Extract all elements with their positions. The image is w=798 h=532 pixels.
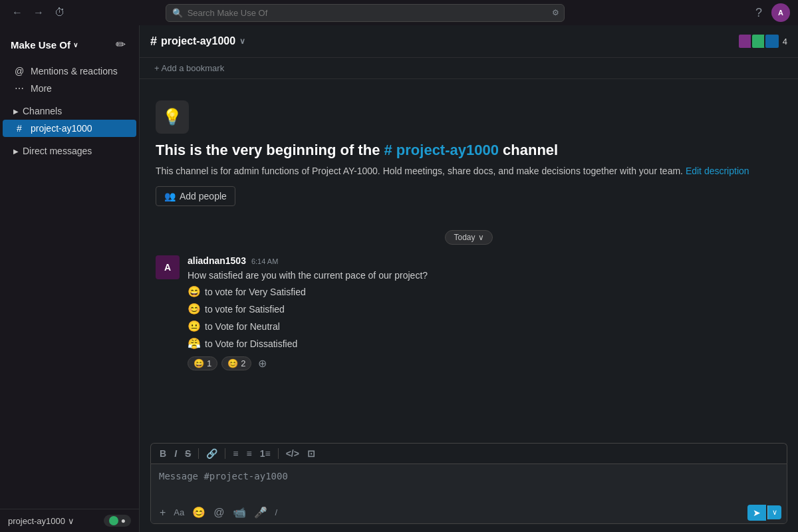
status-toggle[interactable]: ●: [104, 515, 131, 527]
message-input-area: B I S 🔗 ≡ ≡ 1≡ </> ⊡ + Aa 😊: [140, 438, 798, 532]
italic-button[interactable]: I: [171, 446, 180, 461]
compose-button[interactable]: ✏: [113, 35, 128, 55]
vote-emoji-3: 😐: [188, 319, 201, 334]
list-ordered-button[interactable]: ≡: [229, 446, 241, 461]
video-button[interactable]: 📹: [229, 504, 249, 521]
help-button[interactable]: ?: [751, 5, 766, 21]
vote-text-3: to Vote for Neutral: [205, 320, 280, 334]
footer-channel[interactable]: project-ay1000 ∨: [8, 516, 74, 526]
reaction-emoji-1: 😄: [194, 358, 204, 368]
sidebar-header: Make Use Of ∨ ✏: [0, 25, 139, 60]
emoji-button[interactable]: 😊: [189, 504, 209, 521]
message-input-wrap: + Aa 😊 @ 📹 🎤 / ➤ ∨: [150, 464, 787, 524]
footer-chevron-icon: ∨: [68, 516, 74, 526]
channel-header: # project-ay1000 ∨ 4: [140, 25, 798, 58]
code-button[interactable]: </>: [283, 446, 303, 461]
link-button[interactable]: 🔗: [203, 446, 221, 461]
bold-button[interactable]: B: [156, 446, 170, 461]
messages-area[interactable]: 💡 This is the very beginning of the # pr…: [140, 79, 798, 438]
channel-name: project-ay1000: [161, 35, 235, 47]
vote-line: 😤 to Vote for Dissatisfied: [188, 336, 782, 352]
members-avatars[interactable]: 4: [737, 33, 787, 49]
intro-description: This channel is for admin functions of P…: [156, 164, 782, 178]
channel-intro: 💡 This is the very beginning of the # pr…: [140, 90, 798, 222]
member-avatar: [764, 33, 780, 49]
sidebar-item-mentions[interactable]: @ Mentions & reactions: [3, 63, 136, 80]
code-block-button[interactable]: ⊡: [304, 446, 319, 461]
mic-button[interactable]: 🎤: [251, 504, 271, 521]
forward-button[interactable]: →: [29, 4, 48, 21]
mentions-icon: @: [13, 66, 25, 76]
list-numbered-button[interactable]: 1≡: [257, 446, 274, 461]
channels-chevron-icon: ▶: [13, 108, 19, 115]
search-input[interactable]: [166, 4, 565, 22]
message-group: A aliadnan1503 6:14 AM How satisfied are…: [140, 253, 798, 374]
history-button[interactable]: ⏱: [51, 4, 69, 21]
date-pill[interactable]: Today ∨: [445, 230, 492, 245]
topbar-right: ? A: [751, 3, 790, 22]
back-button[interactable]: ←: [8, 4, 27, 21]
vote-text-2: to vote for Satisfied: [205, 303, 285, 317]
reactions: 😄 1 😊 2 ⊕: [188, 356, 782, 371]
message-author[interactable]: aliadnan1503: [188, 255, 246, 266]
mention-button[interactable]: @: [210, 505, 227, 521]
reaction-button-1[interactable]: 😄 1: [188, 356, 217, 370]
channel-hash-icon: #: [150, 35, 157, 49]
sidebar-dm-section: ▶ Direct messages: [0, 140, 139, 162]
date-divider: Today ∨: [140, 222, 798, 253]
message-text: How satisfied are you with the current p…: [188, 269, 782, 352]
sidebar-footer: project-ay1000 ∨ ●: [0, 509, 139, 532]
intro-title: This is the very beginning of the # proj…: [156, 142, 782, 159]
vote-emoji-4: 😤: [188, 336, 201, 352]
sidebar-item-more[interactable]: ⋯ More: [3, 80, 136, 97]
list-unordered-button[interactable]: ≡: [243, 446, 255, 461]
user-avatar[interactable]: A: [771, 3, 790, 22]
content-area: # project-ay1000 ∨ 4 + Add a bookmark 💡: [140, 25, 798, 532]
font-button[interactable]: Aa: [170, 505, 188, 519]
dm-chevron-icon: ▶: [13, 148, 19, 155]
reaction-count-1: 1: [207, 358, 211, 368]
date-chevron-icon: ∨: [478, 233, 484, 242]
channel-header-right: 4: [737, 33, 787, 49]
input-bottom-left: + Aa 😊 @ 📹 🎤 /: [156, 504, 281, 521]
send-options-button[interactable]: ∨: [767, 505, 781, 519]
shortcut-button[interactable]: /: [272, 505, 281, 519]
add-people-button[interactable]: 👥 Add people: [156, 186, 235, 206]
status-dot: [109, 516, 118, 525]
add-bookmark-button[interactable]: + Add a bookmark: [150, 62, 228, 74]
input-bottom-bar: + Aa 😊 @ 📹 🎤 / ➤ ∨: [151, 501, 787, 523]
topbar: ← → ⏱ 🔍 ⚙ ? A: [0, 0, 798, 25]
message-time: 6:14 AM: [251, 257, 278, 265]
add-people-icon: 👥: [164, 191, 176, 201]
attachment-button[interactable]: +: [156, 505, 169, 521]
workspace-name[interactable]: Make Use Of ∨: [11, 39, 78, 51]
send-button-wrap: ➤ ∨: [747, 505, 781, 521]
edit-description-link[interactable]: Edit description: [686, 166, 749, 176]
sidebar-channels-section: ▶ Channels # project-ay1000: [0, 100, 139, 140]
reaction-count-2: 2: [241, 358, 245, 368]
vote-line: 😊 to vote for Satisfied: [188, 301, 782, 317]
sidebar-item-project-ay1000[interactable]: # project-ay1000: [3, 120, 136, 137]
vote-emoji-1: 😄: [188, 284, 201, 300]
add-reaction-button[interactable]: ⊕: [255, 356, 269, 371]
more-icon: ⋯: [13, 83, 25, 94]
message-avatar[interactable]: A: [156, 255, 180, 279]
channel-title[interactable]: # project-ay1000 ∨: [150, 35, 245, 49]
channel-hash-icon: #: [13, 123, 25, 134]
channel-chevron-icon: ∨: [239, 37, 245, 46]
toolbar-divider: [225, 448, 225, 459]
message-input[interactable]: [151, 464, 787, 499]
reaction-button-2[interactable]: 😊 2: [221, 356, 251, 370]
input-toolbar: B I S 🔗 ≡ ≡ 1≡ </> ⊡: [150, 443, 787, 464]
workspace-chevron-icon: ∨: [73, 41, 78, 49]
search-filter-button[interactable]: ⚙: [552, 8, 559, 17]
channel-link[interactable]: # project-ay1000: [384, 142, 499, 158]
intro-icon: 💡: [156, 100, 189, 134]
dm-section-header[interactable]: ▶ Direct messages: [3, 142, 136, 160]
send-button[interactable]: ➤: [747, 505, 766, 521]
search-bar: 🔍 ⚙: [166, 4, 565, 22]
vote-text-1: to vote for Very Satisfied: [205, 285, 306, 299]
sidebar: Make Use Of ∨ ✏ @ Mentions & reactions ⋯…: [0, 25, 140, 532]
channels-section-header[interactable]: ▶ Channels: [3, 102, 136, 120]
strike-button[interactable]: S: [182, 446, 194, 461]
